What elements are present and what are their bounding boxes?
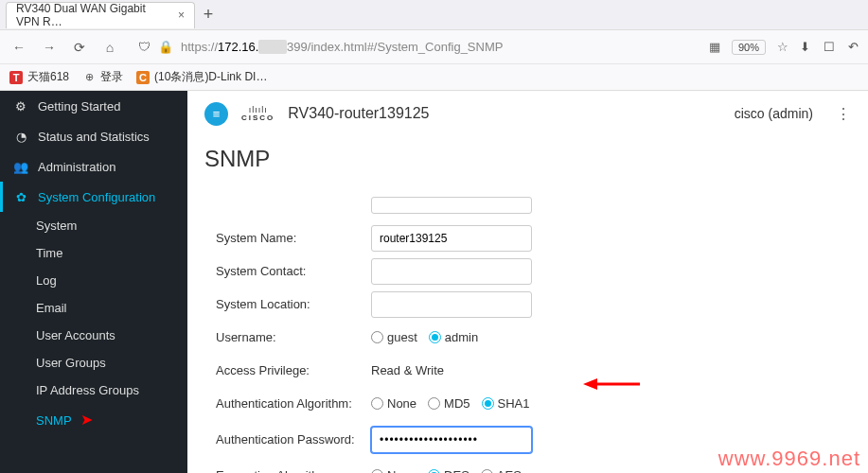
auth-alg-radio-sha1[interactable]: SHA1 xyxy=(482,396,530,411)
partial-input-top[interactable] xyxy=(371,197,532,214)
url-text: https://172.16.blur399/index.html#/Syste… xyxy=(181,40,503,54)
app-container: ⚙ Getting Started ◔ Status and Statistic… xyxy=(0,91,868,473)
radio-icon xyxy=(371,397,383,410)
username-label: Username: xyxy=(216,330,371,344)
radio-icon xyxy=(371,331,383,343)
undo-icon[interactable]: ↶ xyxy=(848,40,859,54)
sidebar-sub-user-groups[interactable]: User Groups xyxy=(0,349,187,377)
csdn-icon: C xyxy=(136,71,150,84)
auth-alg-radio-none[interactable]: None xyxy=(371,396,416,411)
access-privilege-value: Read & Write xyxy=(371,363,444,377)
sidebar-sub-user-accounts[interactable]: User Accounts xyxy=(0,322,187,349)
radio-icon xyxy=(429,331,441,343)
globe-icon: ⊕ xyxy=(82,71,96,84)
sidebar: ⚙ Getting Started ◔ Status and Statistic… xyxy=(0,91,187,473)
radio-icon xyxy=(481,469,493,473)
sidebar-item-status[interactable]: ◔ Status and Statistics xyxy=(0,121,187,151)
menu-toggle-button[interactable]: ≡ xyxy=(204,102,228,126)
annotation-arrow-icon xyxy=(583,375,640,394)
sidebar-item-administration[interactable]: 👥 Administration xyxy=(0,151,187,182)
snmp-form: System Name: System Contact: System Loca… xyxy=(187,189,868,473)
reload-icon[interactable]: ⟳ xyxy=(70,38,89,57)
system-contact-input[interactable] xyxy=(371,258,532,285)
enc-alg-radio-none[interactable]: None xyxy=(371,468,416,473)
sidebar-item-getting-started[interactable]: ⚙ Getting Started xyxy=(0,91,187,121)
browser-toolbar: ← → ⟳ ⌂ 🛡 🔒 https://172.16.blur399/index… xyxy=(0,30,868,64)
sidebar-sub-system[interactable]: System xyxy=(0,212,187,239)
lock-icon[interactable]: 🔒 xyxy=(158,40,173,54)
router-name: RV340-router139125 xyxy=(288,105,429,122)
browser-tab-strip: RV340 Dual WAN Gigabit VPN R… × + xyxy=(0,0,868,30)
system-location-input[interactable] xyxy=(371,291,532,318)
zoom-level[interactable]: 90% xyxy=(732,40,766,55)
qr-icon[interactable]: ▦ xyxy=(709,40,720,54)
enc-algorithm-label: Encryption Algorithm: xyxy=(216,468,371,473)
username-radio-admin[interactable]: admin xyxy=(429,330,478,344)
sidebar-sub-ip-groups[interactable]: IP Address Groups xyxy=(0,377,187,404)
radio-icon xyxy=(428,469,440,473)
star-icon[interactable]: ☆ xyxy=(777,40,788,54)
download-icon[interactable]: ⬇ xyxy=(800,40,810,54)
gear-icon: ✿ xyxy=(13,189,28,204)
radio-icon xyxy=(371,469,383,473)
auth-algorithm-label: Authentication Algorithm: xyxy=(216,396,371,411)
system-contact-label: System Contact: xyxy=(216,264,371,278)
users-icon: 👥 xyxy=(13,159,28,174)
chart-icon: ◔ xyxy=(13,129,28,144)
auth-alg-radio-md5[interactable]: MD5 xyxy=(428,396,469,411)
sidebar-sub-log[interactable]: Log xyxy=(0,267,187,294)
tab-title: RV340 Dual WAN Gigabit VPN R… xyxy=(16,2,170,28)
tmall-icon: T xyxy=(9,71,23,84)
username-radio-guest[interactable]: guest xyxy=(371,330,417,344)
svg-marker-1 xyxy=(583,378,597,390)
bookmarks-bar: T 天猫618 ⊕ 登录 C (10条消息)D-Link DI… xyxy=(0,64,868,91)
cisco-logo: ılıılı CISCO xyxy=(241,106,275,122)
watermark: www.9969.net xyxy=(718,447,860,471)
enc-alg-radio-des[interactable]: DES xyxy=(428,468,469,473)
sidebar-sub-time[interactable]: Time xyxy=(0,239,187,267)
page-title: SNMP xyxy=(187,136,868,189)
user-info: cisco (admin) xyxy=(735,106,813,121)
url-bar[interactable]: 🛡 🔒 https://172.16.blur399/index.html#/S… xyxy=(131,40,698,54)
sidebar-sub-email[interactable]: Email xyxy=(0,294,187,322)
back-icon[interactable]: ← xyxy=(9,38,28,57)
bookmark-tmall[interactable]: T 天猫618 xyxy=(9,69,69,85)
sidebar-item-system-config[interactable]: ✿ System Configuration xyxy=(0,182,187,212)
browser-tab[interactable]: RV340 Dual WAN Gigabit VPN R… × xyxy=(6,2,195,28)
radio-icon xyxy=(482,397,494,410)
enc-alg-radio-aes[interactable]: AES xyxy=(481,468,522,473)
system-name-input[interactable] xyxy=(371,225,532,252)
access-privilege-label: Access Privilege: xyxy=(216,363,371,377)
new-tab-button[interactable]: + xyxy=(195,2,221,28)
extension-icon[interactable]: ☐ xyxy=(824,40,835,54)
app-header: ≡ ılıılı CISCO RV340-router139125 cisco … xyxy=(187,91,868,136)
system-name-label: System Name: xyxy=(216,231,371,245)
auth-password-input[interactable] xyxy=(371,427,532,453)
annotation-arrow-icon: ➤ xyxy=(80,412,93,428)
system-location-label: System Location: xyxy=(216,297,371,311)
radio-icon xyxy=(428,397,440,410)
sidebar-sub-snmp[interactable]: SNMP ➤ xyxy=(0,404,187,435)
shield-icon[interactable]: 🛡 xyxy=(138,40,151,54)
compass-icon: ⚙ xyxy=(13,98,28,114)
home-icon[interactable]: ⌂ xyxy=(100,38,119,57)
bookmark-login[interactable]: ⊕ 登录 xyxy=(82,69,123,85)
main-content: ≡ ılıılı CISCO RV340-router139125 cisco … xyxy=(187,91,868,473)
auth-password-label: Authentication Password: xyxy=(216,432,371,447)
more-icon[interactable]: ⋮ xyxy=(836,105,851,123)
bookmark-dlink[interactable]: C (10条消息)D-Link DI… xyxy=(136,69,267,85)
close-icon[interactable]: × xyxy=(178,9,185,22)
forward-icon[interactable]: → xyxy=(40,38,59,57)
